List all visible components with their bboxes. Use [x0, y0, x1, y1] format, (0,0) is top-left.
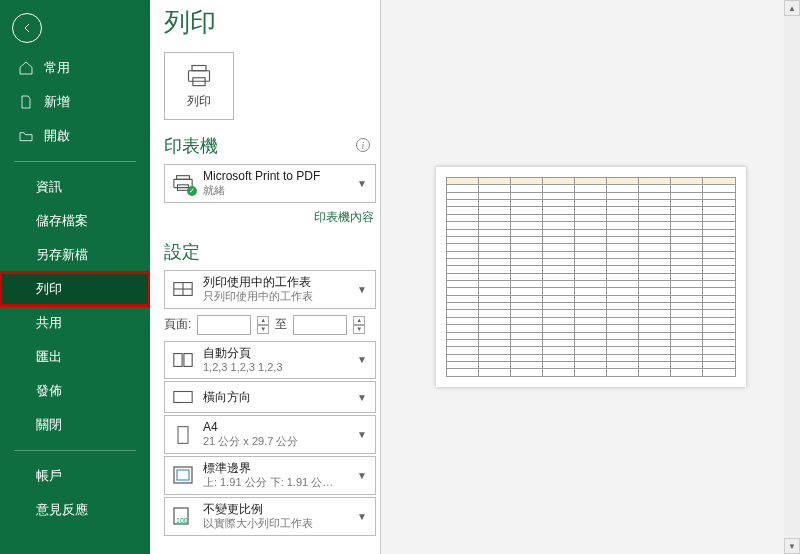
- chevron-down-icon: ▼: [357, 511, 369, 522]
- sidebar-item-label: 資訊: [36, 178, 62, 196]
- print-settings-column: 列印 列印 份數: ▲▼ 印表機 i ✓ Microsoft Print to …: [150, 0, 380, 554]
- scaling-selector[interactable]: 100 不變更比例 以實際大小列印工作表 ▼: [164, 497, 376, 536]
- chevron-down-icon: ▼: [357, 429, 369, 440]
- scroll-up-icon[interactable]: ▲: [784, 0, 800, 16]
- printer-info-icon[interactable]: i: [356, 138, 370, 152]
- sidebar-item-close[interactable]: 關閉: [0, 408, 150, 442]
- sidebar-item-label: 儲存檔案: [36, 212, 88, 230]
- chevron-down-icon: ▼: [357, 470, 369, 481]
- home-icon: [18, 60, 34, 76]
- printer-status: 就緒: [203, 184, 349, 198]
- sidebar-item-label: 關閉: [36, 416, 62, 434]
- svg-rect-3: [189, 70, 210, 81]
- preview-scrollbar[interactable]: ▲ ▼: [784, 0, 800, 554]
- chevron-down-icon: ▼: [357, 178, 369, 189]
- print-button-label: 列印: [187, 93, 211, 110]
- sidebar-item-feedback[interactable]: 意見反應: [0, 493, 150, 527]
- orientation-icon: [171, 386, 195, 408]
- svg-rect-11: [174, 353, 182, 366]
- print-button[interactable]: 列印: [164, 52, 234, 120]
- sidebar-divider: [14, 161, 136, 162]
- back-arrow-icon: [19, 20, 35, 36]
- sidebar-item-label: 開啟: [44, 127, 70, 145]
- page-from-input[interactable]: [197, 315, 251, 335]
- back-button[interactable]: [12, 13, 42, 43]
- sidebar-item-saveas[interactable]: 另存新檔: [0, 238, 150, 272]
- printer-selector[interactable]: ✓ Microsoft Print to PDF 就緒 ▼: [164, 164, 376, 203]
- sidebar-item-label: 帳戶: [36, 467, 62, 485]
- sidebar-item-share[interactable]: 共用: [0, 306, 150, 340]
- sidebar-item-label: 列印: [36, 280, 62, 298]
- sidebar-item-label: 常用: [44, 59, 70, 77]
- sidebar-item-label: 意見反應: [36, 501, 88, 519]
- sidebar-item-label: 另存新檔: [36, 246, 88, 264]
- printer-heading: 印表機 i: [164, 134, 380, 158]
- sidebar-item-publish[interactable]: 發佈: [0, 374, 150, 408]
- sidebar-item-home[interactable]: 常用: [0, 51, 150, 85]
- chevron-down-icon: ▼: [357, 392, 369, 403]
- page-to-input[interactable]: [293, 315, 347, 335]
- printer-status-icon: ✓: [171, 172, 195, 194]
- svg-rect-13: [174, 392, 192, 403]
- pages-label: 頁面:: [164, 316, 191, 333]
- pages-range-row: 頁面: ▲▼ 至 ▲▼: [164, 315, 380, 335]
- sidebar-item-export[interactable]: 匯出: [0, 340, 150, 374]
- page-to-spinner[interactable]: ▲▼: [353, 316, 365, 334]
- backstage-sidebar: 常用 新增 開啟 資訊 儲存檔案 另存新檔 列印 共用 匯出 發佈 關閉 帳戶 …: [0, 0, 150, 554]
- collation-selector[interactable]: 自動分頁 1,2,3 1,2,3 1,2,3 ▼: [164, 341, 376, 380]
- sidebar-item-account[interactable]: 帳戶: [0, 459, 150, 493]
- sidebar-item-label: 發佈: [36, 382, 62, 400]
- svg-rect-2: [192, 65, 206, 70]
- svg-rect-14: [178, 426, 188, 443]
- sidebar-item-label: 新增: [44, 93, 70, 111]
- main-area: 列印 列印 份數: ▲▼ 印表機 i ✓ Microsoft Print to …: [150, 0, 800, 554]
- scaling-icon: 100: [171, 505, 195, 527]
- svg-rect-5: [177, 176, 190, 180]
- sidebar-item-print[interactable]: 列印: [0, 272, 150, 306]
- printer-name: Microsoft Print to PDF: [203, 169, 349, 184]
- sidebar-item-label: 匯出: [36, 348, 62, 366]
- pages-to-label: 至: [275, 316, 287, 333]
- settings-heading: 設定: [164, 240, 380, 264]
- sidebar-item-label: 共用: [36, 314, 62, 332]
- status-ok-icon: ✓: [187, 186, 197, 196]
- svg-rect-16: [177, 470, 189, 480]
- collate-icon: [171, 349, 195, 371]
- open-icon: [18, 128, 34, 144]
- chevron-down-icon: ▼: [357, 284, 369, 295]
- sidebar-item-new[interactable]: 新增: [0, 85, 150, 119]
- sidebar-divider: [14, 450, 136, 451]
- svg-rect-12: [184, 353, 192, 366]
- chevron-down-icon: ▼: [357, 354, 369, 365]
- preview-page: [436, 167, 746, 387]
- paper-size-selector[interactable]: A4 21 公分 x 29.7 公分 ▼: [164, 415, 376, 454]
- margins-selector[interactable]: 標準邊界 上: 1.91 公分 下: 1.91 公… ▼: [164, 456, 376, 495]
- sidebar-item-open[interactable]: 開啟: [0, 119, 150, 153]
- printer-icon: [185, 63, 213, 89]
- margins-icon: [171, 464, 195, 486]
- preview-table: [446, 177, 736, 377]
- paper-icon: [171, 424, 195, 446]
- new-icon: [18, 94, 34, 110]
- page-from-spinner[interactable]: ▲▼: [257, 316, 269, 334]
- printer-properties-link[interactable]: 印表機內容: [314, 210, 374, 224]
- page-title: 列印: [164, 5, 380, 40]
- print-preview-pane: ▲ ▼: [380, 0, 800, 554]
- print-what-selector[interactable]: 列印使用中的工作表 只列印使用中的工作表 ▼: [164, 270, 376, 309]
- svg-text:100: 100: [176, 517, 188, 524]
- sidebar-item-info[interactable]: 資訊: [0, 170, 150, 204]
- sheets-icon: [171, 278, 195, 300]
- sidebar-item-save[interactable]: 儲存檔案: [0, 204, 150, 238]
- scroll-down-icon[interactable]: ▼: [784, 538, 800, 554]
- orientation-selector[interactable]: 橫向方向 ▼: [164, 381, 376, 413]
